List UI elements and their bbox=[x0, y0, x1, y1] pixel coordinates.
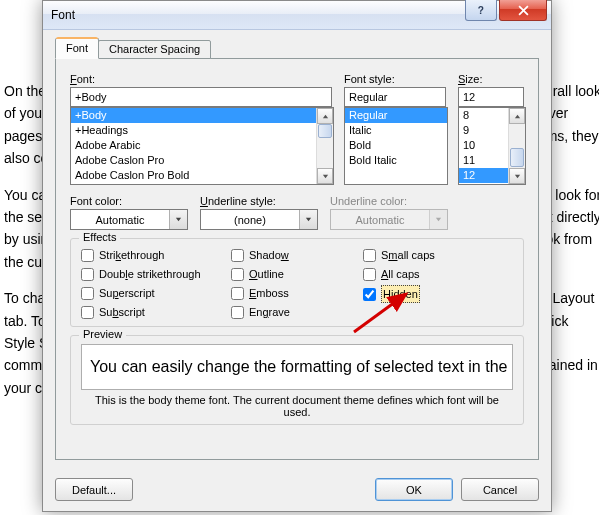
scrollbar[interactable] bbox=[316, 108, 333, 184]
dialog-title: Font bbox=[51, 8, 75, 22]
tab-panel-font: Font: +Body +Headings Adobe Arabic Adobe… bbox=[55, 58, 539, 460]
scroll-thumb[interactable] bbox=[510, 148, 524, 167]
scroll-down-icon[interactable] bbox=[509, 168, 525, 184]
preview-legend: Preview bbox=[79, 328, 126, 340]
hidden-checkbox[interactable]: Hidden bbox=[363, 285, 513, 303]
font-label: Font: bbox=[70, 73, 332, 85]
shadow-checkbox[interactable]: Shadow bbox=[231, 247, 363, 263]
size-label: Size: bbox=[458, 73, 524, 85]
double-strikethrough-checkbox[interactable]: Double strikethrough bbox=[81, 266, 231, 282]
list-item[interactable]: +Body bbox=[71, 108, 333, 123]
tab-character-spacing[interactable]: Character Spacing bbox=[98, 40, 211, 59]
list-item[interactable]: +Headings bbox=[71, 123, 333, 138]
all-caps-checkbox[interactable]: All caps bbox=[363, 266, 513, 282]
preview-description: This is the body theme font. The current… bbox=[81, 394, 513, 418]
effects-group: Effects Strikethrough Double strikethrou… bbox=[70, 238, 524, 327]
list-item[interactable]: Bold bbox=[345, 138, 447, 153]
list-item[interactable]: Bold Italic bbox=[345, 153, 447, 168]
titlebar[interactable]: Font ? bbox=[43, 1, 551, 30]
size-input[interactable] bbox=[458, 87, 524, 107]
default-button[interactable]: Default... bbox=[55, 478, 133, 501]
preview-text: You can easily change the formatting of … bbox=[81, 344, 513, 390]
font-color-dropdown[interactable]: Automatic bbox=[70, 209, 188, 230]
chevron-down-icon[interactable] bbox=[169, 210, 187, 229]
tab-font[interactable]: Font bbox=[55, 38, 99, 59]
effects-legend: Effects bbox=[79, 231, 120, 243]
superscript-checkbox[interactable]: Superscript bbox=[81, 285, 231, 301]
scroll-up-icon[interactable] bbox=[317, 108, 333, 124]
size-listbox[interactable]: 8 9 10 11 12 bbox=[458, 107, 526, 185]
scroll-up-icon[interactable] bbox=[509, 108, 525, 124]
list-item[interactable]: Italic bbox=[345, 123, 447, 138]
underline-color-label: Underline color: bbox=[330, 195, 448, 207]
list-item[interactable]: Adobe Arabic bbox=[71, 138, 333, 153]
svg-text:?: ? bbox=[477, 5, 483, 16]
small-caps-checkbox[interactable]: Small caps bbox=[363, 247, 513, 263]
font-listbox[interactable]: +Body +Headings Adobe Arabic Adobe Caslo… bbox=[70, 107, 334, 185]
outline-checkbox[interactable]: Outline bbox=[231, 266, 363, 282]
tab-strip: Font Character Spacing bbox=[55, 38, 539, 59]
engrave-checkbox[interactable]: Engrave bbox=[231, 304, 363, 320]
close-button[interactable] bbox=[499, 0, 547, 21]
chevron-down-icon bbox=[429, 210, 447, 229]
underline-style-label: Underline style: bbox=[200, 195, 318, 207]
font-dialog: Font ? Font Character Spacing Font: +Bod… bbox=[42, 0, 552, 512]
scrollbar[interactable] bbox=[508, 108, 525, 184]
font-name-input[interactable] bbox=[70, 87, 332, 107]
chevron-down-icon[interactable] bbox=[299, 210, 317, 229]
font-style-label: Font style: bbox=[344, 73, 446, 85]
scroll-thumb[interactable] bbox=[318, 124, 332, 138]
ok-button[interactable]: OK bbox=[375, 478, 453, 501]
list-item[interactable]: Regular bbox=[345, 108, 447, 123]
list-item[interactable]: Adobe Caslon Pro bbox=[71, 153, 333, 168]
preview-group: Preview You can easily change the format… bbox=[70, 335, 524, 425]
strikethrough-checkbox[interactable]: Strikethrough bbox=[81, 247, 231, 263]
list-item[interactable]: Adobe Caslon Pro Bold bbox=[71, 168, 333, 183]
scroll-down-icon[interactable] bbox=[317, 168, 333, 184]
underline-style-dropdown[interactable]: (none) bbox=[200, 209, 318, 230]
help-button[interactable]: ? bbox=[465, 0, 497, 21]
underline-color-dropdown: Automatic bbox=[330, 209, 448, 230]
subscript-checkbox[interactable]: Subscript bbox=[81, 304, 231, 320]
font-style-input[interactable] bbox=[344, 87, 446, 107]
font-style-listbox[interactable]: Regular Italic Bold Bold Italic bbox=[344, 107, 448, 185]
dialog-button-row: Default... OK Cancel bbox=[43, 470, 551, 511]
font-color-label: Font color: bbox=[70, 195, 188, 207]
emboss-checkbox[interactable]: Emboss bbox=[231, 285, 363, 301]
cancel-button[interactable]: Cancel bbox=[461, 478, 539, 501]
